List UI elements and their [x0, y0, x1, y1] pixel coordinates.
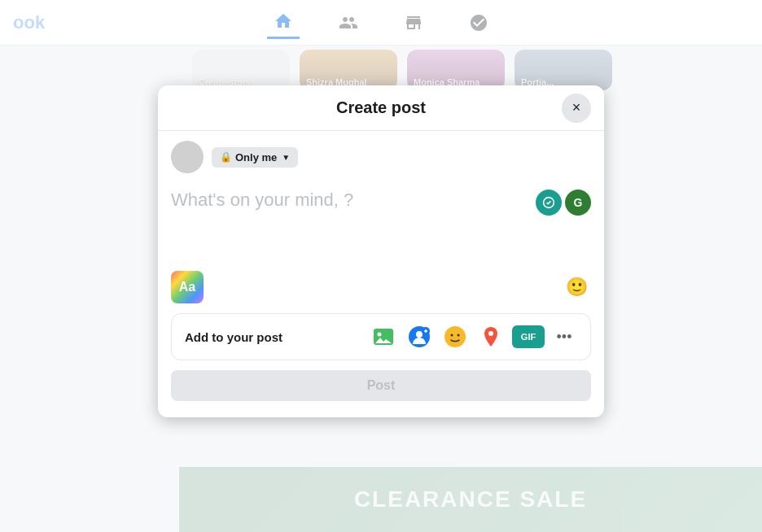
add-to-post-icons: GIF •••	[369, 322, 577, 351]
svg-point-2	[378, 333, 382, 337]
more-dots-icon: •••	[557, 329, 572, 346]
privacy-selector-button[interactable]: 🔒 Only me ▼	[212, 147, 298, 168]
add-to-post-box: Add to your post	[171, 313, 591, 360]
chevron-down-icon: ▼	[282, 153, 290, 162]
user-row: 🔒 Only me ▼	[171, 141, 591, 173]
more-options-button[interactable]: •••	[551, 324, 577, 350]
svg-point-6	[444, 326, 466, 347]
emoji-icon: 🙂	[566, 277, 588, 298]
modal-title: Create post	[336, 98, 426, 117]
gif-label: GIF	[521, 332, 536, 342]
avatar	[171, 141, 204, 173]
privacy-label: Only me	[235, 151, 277, 164]
font-btn-label: Aa	[179, 280, 195, 294]
post-placeholder: What's on your mind, ?	[171, 190, 353, 210]
svg-point-4	[416, 331, 423, 338]
svg-point-8	[458, 334, 460, 337]
add-to-post-label: Add to your post	[185, 330, 282, 344]
feeling-activity-button[interactable]	[440, 322, 470, 351]
modal-header: Create post ×	[158, 85, 604, 131]
modal-body: 🔒 Only me ▼ What's on your mind, ? G Aa	[158, 131, 604, 417]
grammarly-g-label: G	[574, 196, 583, 209]
gif-button[interactable]: GIF	[512, 325, 545, 348]
grammarly-icons: G	[536, 190, 591, 216]
check-in-button[interactable]	[476, 322, 506, 351]
tag-people-button[interactable]	[405, 322, 434, 351]
lock-icon: 🔒	[220, 151, 232, 163]
post-button[interactable]: Post	[171, 370, 591, 401]
tools-row: Aa 🙂	[171, 264, 591, 313]
font-style-button[interactable]: Aa	[171, 271, 204, 303]
add-photo-video-button[interactable]	[369, 322, 398, 351]
svg-point-9	[488, 331, 493, 336]
modal-close-button[interactable]: ×	[562, 94, 591, 123]
svg-point-7	[451, 334, 453, 337]
emoji-picker-button[interactable]: 🙂	[562, 273, 591, 302]
post-input-area[interactable]: What's on your mind, ? G	[171, 183, 591, 264]
grammarly-teal-button[interactable]	[536, 190, 562, 216]
create-post-modal: Create post × 🔒 Only me ▼ What's on your…	[158, 85, 604, 417]
grammarly-green-button[interactable]: G	[565, 190, 591, 216]
